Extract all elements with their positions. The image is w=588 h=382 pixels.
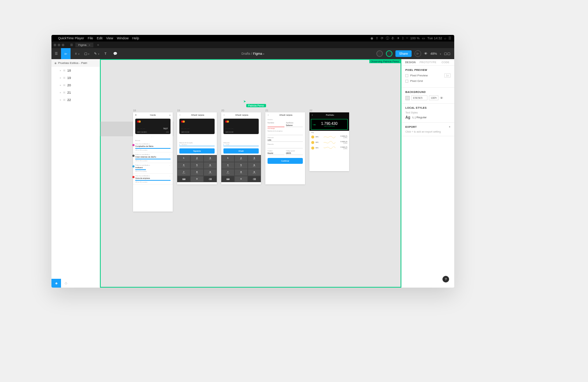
- page-dots: • · · ·: [133, 135, 173, 138]
- card-number-field: Número de la tarjeta| Número: [177, 141, 217, 147]
- coin-row: BTC€ 8.024,75(5,60%): [309, 134, 349, 140]
- frame-21[interactable]: 21 ×Añadir tarjeta Detalles Nombre Apell…: [265, 109, 305, 212]
- menu-help[interactable]: Help: [132, 36, 139, 40]
- credit-card: ···· ···· ····CARD HOLDER: [223, 119, 259, 134]
- breadcrumb-current: Figma: [253, 52, 262, 55]
- feed-item: →Clara ha contribuido aCena de empresa40…: [133, 174, 173, 184]
- confirm-button: Confirmar: [268, 158, 303, 164]
- menu-button[interactable]: ☰: [51, 48, 61, 59]
- plus-icon: +: [169, 114, 171, 116]
- add-export-icon[interactable]: +: [449, 126, 451, 128]
- feed-item: →Pablo ha contribuido aCrear sistemas de…: [133, 152, 173, 163]
- menu-edit[interactable]: Edit: [97, 36, 103, 40]
- layer-frame-20[interactable]: ▸⌗20: [51, 82, 100, 89]
- bg-color-swatch[interactable]: [405, 96, 410, 100]
- coin-icon: [311, 141, 314, 144]
- text-style-item[interactable]: AgL | Regular: [405, 115, 451, 119]
- library-icon[interactable]: ▢▢: [444, 52, 451, 55]
- view-settings-icon[interactable]: 👁: [424, 52, 427, 55]
- status-chart-icon: ⫛: [391, 36, 395, 40]
- layer-frame-22[interactable]: ▸⌗22: [51, 96, 100, 104]
- status-battery: 100 %: [410, 36, 420, 40]
- user-avatar-self[interactable]: [376, 50, 383, 57]
- inspector-panel: DESIGN PROTOTYPE CODE PIXEL PREVIEW Pixe…: [401, 59, 454, 288]
- coin-row: BTC€ 8.041,75(5,60%): [309, 145, 349, 151]
- pixel-grid-checkbox[interactable]: [405, 80, 408, 83]
- observing-badge: Observing Patricia Perez: [369, 60, 401, 63]
- status-search-icon[interactable]: ⌕: [444, 36, 446, 40]
- frame-label: 18: [133, 109, 173, 112]
- user-avatar-collaborator[interactable]: [386, 50, 392, 57]
- menu-view[interactable]: View: [106, 36, 113, 40]
- status-record-icon: ◉: [370, 36, 373, 40]
- layer-frame-21[interactable]: ▸⌗21: [51, 89, 100, 96]
- share-button[interactable]: Share: [395, 50, 412, 57]
- tab-label: Figma: [78, 43, 86, 47]
- frame-22[interactable]: 22 ×Portfolio CA$ 1.790.430 +68,21 € (0,…: [309, 109, 349, 212]
- status-plane-icon: ✈: [397, 36, 400, 40]
- app-window: QuickTime Player File Edit View Window H…: [51, 35, 454, 288]
- breadcrumb[interactable]: Drafts / Figma ▾: [241, 52, 264, 55]
- status-menu-icon[interactable]: ☰: [448, 36, 451, 40]
- traffic-lights[interactable]: [54, 44, 64, 46]
- close-icon: ×: [312, 114, 313, 116]
- status-info-icon: ⓘ: [386, 36, 389, 41]
- canvas[interactable]: Observing Patricia Perez ➤ Patricia Pere…: [100, 59, 401, 288]
- help-button[interactable]: ?: [442, 276, 449, 282]
- mastercard-icon: [137, 120, 141, 123]
- layer-frame-18[interactable]: ▸⌗18: [51, 67, 100, 74]
- layers-tab-icon[interactable]: ◈: [51, 279, 61, 288]
- status-wifi-icon: ⌔: [406, 36, 408, 40]
- export-hint: Click + to add an export setting: [405, 130, 451, 133]
- page-selector[interactable]: Pruebas Estilos - Patri: [51, 59, 100, 67]
- collaborator-cursor-icon: ➤: [243, 100, 246, 103]
- status-sync-icon: ⟳: [381, 36, 384, 40]
- feed-item: →Clara ha contribuido aCumpleaños de Mar…: [133, 142, 173, 152]
- coin-icon: [311, 136, 314, 138]
- section-local-styles: LOCAL STYLES: [405, 107, 451, 109]
- coin-icon: [311, 147, 314, 149]
- frame-19[interactable]: 19 ×Añadir tarjeta ···· ···· ····CARD HO…: [177, 109, 217, 212]
- status-clock: Tue 14:32: [427, 36, 442, 40]
- bg-opacity-input[interactable]: [429, 96, 438, 100]
- credit-card: ···· ···· ···· 7627 DANNY SALTAREN 12/20: [135, 119, 171, 134]
- credit-card: ···· ···· ····CARD HOLDER: [179, 119, 215, 134]
- assets-tab-icon[interactable]: ◇: [61, 279, 71, 288]
- present-button[interactable]: ▷: [415, 50, 421, 57]
- numeric-keypad: 12ABC3DEF 4GHI5JKL6MNO 7PQRS8TUV9WXYZ ⌨0…: [177, 155, 217, 182]
- close-icon: ×: [268, 114, 269, 116]
- browser-tab[interactable]: Figma ×: [75, 43, 93, 47]
- layers-panel: Pruebas Estilos - Patri ▸⌗18 ▸⌗19 ▸⌗20 ▸…: [51, 59, 100, 288]
- tab-grid-icon[interactable]: ⊞: [70, 43, 73, 47]
- comment-tool[interactable]: 💬: [110, 48, 120, 59]
- bg-hex-input[interactable]: [411, 96, 427, 100]
- tab-close-icon[interactable]: ×: [89, 43, 90, 47]
- preview-scale-dropdown[interactable]: 1x: [444, 73, 451, 78]
- menu-file[interactable]: File: [88, 36, 93, 40]
- tab-design[interactable]: DESIGN: [402, 59, 419, 65]
- zoom-level[interactable]: 48%: [430, 52, 437, 55]
- section-export: EXPORT+: [405, 126, 451, 128]
- frame-18[interactable]: 18 ≡Cards+ ···· ···· ···· 7627 DANNY SAL…: [133, 109, 173, 212]
- address-field: Dirección| Calle: [221, 141, 261, 147]
- tab-new-icon[interactable]: +: [97, 43, 99, 47]
- menu-window[interactable]: Window: [117, 36, 129, 40]
- section-pixel-preview: PIXEL PREVIEW: [405, 69, 451, 71]
- layer-frame-19[interactable]: ▸⌗19: [51, 74, 100, 82]
- pixel-preview-checkbox[interactable]: [405, 74, 408, 77]
- text-tool[interactable]: T: [101, 48, 110, 59]
- app-name[interactable]: QuickTime Player: [58, 36, 84, 40]
- browser-tabbar: ⊞ Figma × +: [51, 42, 454, 48]
- feed-header: Mi feed: [133, 138, 173, 142]
- mac-menubar: QuickTime Player File Edit View Window H…: [51, 35, 454, 42]
- visibility-toggle-icon[interactable]: 👁: [440, 96, 443, 100]
- hamburger-icon: ≡: [135, 114, 137, 116]
- frame-20[interactable]: 20 ×Añadir tarjeta ···· ···· ····CARD HO…: [221, 109, 261, 212]
- tab-prototype[interactable]: PROTOTYPE: [419, 59, 437, 65]
- next-button: Siguiente: [179, 148, 215, 154]
- screen-title: Cards: [150, 114, 156, 116]
- status-bluetooth-icon: ᛒ: [402, 36, 404, 40]
- text-styles-label: Text Styles: [405, 111, 451, 114]
- section-background: BACKGROUND: [405, 91, 451, 93]
- tab-code[interactable]: CODE: [437, 59, 454, 65]
